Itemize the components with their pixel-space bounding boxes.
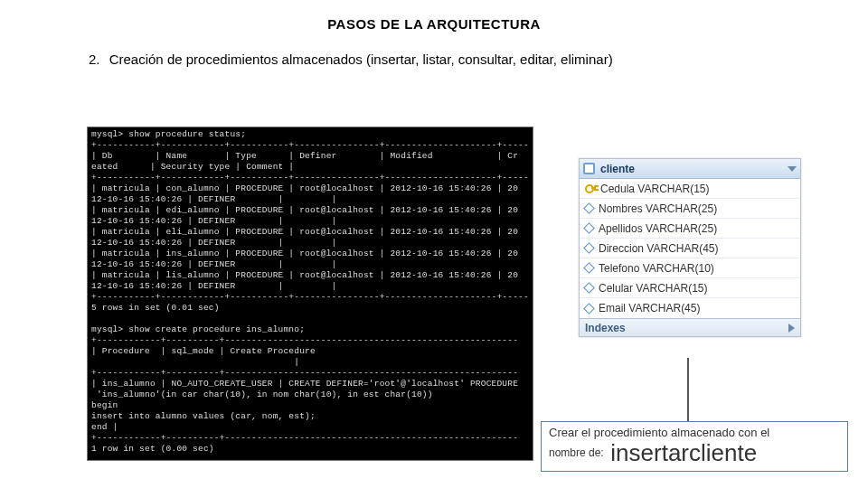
db-column-row[interactable]: Celular VARCHAR(15) [580, 278, 800, 298]
db-indexes-row[interactable]: Indexes [580, 318, 800, 336]
chevron-down-icon[interactable] [788, 166, 797, 172]
db-column-label: Cedula VARCHAR(15) [600, 183, 710, 195]
column-icon [583, 242, 595, 254]
column-icon [583, 282, 595, 294]
column-icon [583, 303, 595, 314]
instruction-prefix: nombre de: [549, 446, 604, 459]
column-icon [583, 202, 595, 214]
db-column-row[interactable]: Email VARCHAR(45) [580, 298, 800, 318]
db-column-label: Celular VARCHAR(15) [599, 282, 707, 295]
step-number: 2. [89, 52, 100, 67]
db-table-name: cliente [600, 163, 635, 175]
column-icon [583, 222, 595, 234]
db-column-row[interactable]: Cedula VARCHAR(15) [580, 179, 800, 199]
instruction-line1: Crear el procedimiento almacenado con el [549, 426, 840, 439]
procedure-name: insertarcliente [610, 439, 757, 466]
step-heading: 2. Creación de procedimientos almacenado… [89, 52, 868, 67]
table-icon [583, 163, 595, 174]
db-column-row[interactable]: Telefono VARCHAR(10) [580, 258, 800, 278]
db-column-row[interactable]: Apellidos VARCHAR(25) [580, 219, 800, 239]
connector-line [687, 358, 689, 423]
mysql-console-output: mysql> show procedure status; +---------… [87, 127, 533, 461]
instruction-callout: Crear el procedimiento almacenado con el… [541, 421, 848, 472]
db-column-row[interactable]: Direccion VARCHAR(45) [580, 239, 800, 258]
db-table-panel: cliente Cedula VARCHAR(15)Nombres VARCHA… [579, 158, 801, 337]
db-table-header[interactable]: cliente [580, 159, 800, 179]
column-icon [583, 262, 595, 274]
chevron-right-icon [788, 324, 795, 333]
db-column-row[interactable]: Nombres VARCHAR(25) [580, 199, 800, 219]
primary-key-icon [585, 183, 595, 193]
db-column-label: Nombres VARCHAR(25) [599, 202, 717, 215]
page-title: PASOS DE LA ARQUITECTURA [0, 16, 868, 32]
db-columns-list: Cedula VARCHAR(15)Nombres VARCHAR(25)Ape… [580, 179, 800, 318]
step-text: Creación de procedimientos almacenados (… [109, 52, 613, 67]
db-column-label: Apellidos VARCHAR(25) [599, 222, 717, 235]
db-column-label: Direccion VARCHAR(45) [599, 242, 718, 255]
db-column-label: Email VARCHAR(45) [599, 302, 700, 314]
indexes-label: Indexes [585, 322, 626, 334]
db-column-label: Telefono VARCHAR(10) [599, 262, 714, 275]
